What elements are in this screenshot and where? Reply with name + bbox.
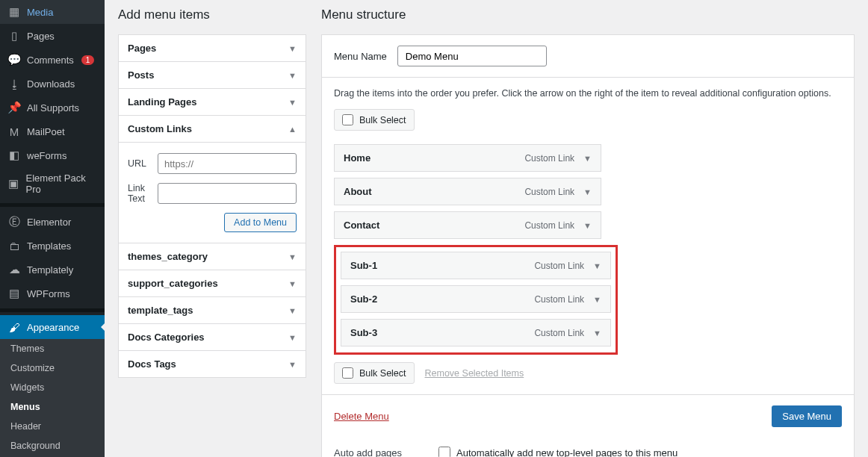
menu-item[interactable]: About Custom Link ▼: [334, 178, 601, 205]
sidebar-item[interactable]: ◧ weForms: [0, 143, 105, 167]
menu-icon: ◧: [7, 149, 21, 162]
menu-icon: ☁: [7, 263, 21, 276]
sidebar-item-label: Element Pack Pro: [26, 172, 97, 195]
sidebar-item-appearance[interactable]: 🖌 Appearance: [0, 315, 105, 339]
menu-icon: ⭳: [7, 77, 21, 90]
delete-menu-link[interactable]: Delete Menu: [334, 411, 389, 422]
sidebar-item[interactable]: 📌 All Supports: [0, 96, 105, 119]
menu-header: Menu Name: [322, 35, 854, 78]
content-area: Add menu items Pages ▼ Posts ▼ Landing P…: [105, 0, 868, 457]
submenu-item[interactable]: Themes: [0, 339, 105, 358]
menu-item[interactable]: Contact Custom Link ▼: [334, 211, 601, 239]
sidebar-item[interactable]: ☁ Templately: [0, 258, 105, 282]
menu-item[interactable]: Sub-3 Custom Link ▼: [341, 319, 611, 346]
accordion-title: themes_category: [128, 251, 208, 262]
accordion-title: Pages: [128, 43, 156, 54]
sidebar-item[interactable]: 🗀 Templates: [0, 234, 105, 258]
menu-item-type: Custom Link: [524, 187, 574, 197]
caret-down-icon[interactable]: ▼: [583, 154, 592, 163]
add-to-menu-button[interactable]: Add to Menu: [224, 213, 297, 232]
caret-down-icon: ▼: [288, 279, 297, 288]
accordion-title: support_categories: [128, 278, 218, 289]
bulk-select-top[interactable]: Bulk Select: [334, 109, 415, 131]
sidebar-item-label: Downloads: [27, 78, 75, 90]
caret-down-icon: ▼: [288, 252, 297, 261]
sidebar-separator: [0, 203, 105, 207]
sidebar-item[interactable]: Ⓔ Elementor: [0, 210, 105, 234]
menu-footer: Delete Menu Save Menu: [322, 394, 854, 438]
sidebar-item-label: Elementor: [27, 217, 71, 228]
auto-add-checkbox[interactable]: [438, 447, 450, 457]
bulk-select-label: Bulk Select: [359, 115, 406, 125]
caret-down-icon: ▼: [288, 44, 297, 53]
caret-down-icon[interactable]: ▼: [593, 261, 601, 270]
bulk-select-bottom[interactable]: Bulk Select: [334, 362, 415, 384]
bulk-select-checkbox[interactable]: [342, 114, 353, 125]
sidebar-item[interactable]: M MailPoet: [0, 119, 105, 143]
sidebar-item-label: Appearance: [27, 322, 79, 333]
sidebar-item[interactable]: ⭳ Downloads: [0, 72, 105, 96]
menu-name-label: Menu Name: [334, 51, 387, 62]
accordion-header[interactable]: Landing Pages ▼: [119, 88, 306, 115]
highlighted-sub-items: Sub-1 Custom Link ▼ Sub-2 Custom Link ▼ …: [334, 245, 618, 355]
accordion-header[interactable]: Docs Categories ▼: [119, 323, 306, 350]
menu-icon: ▦: [7, 5, 21, 19]
sidebar-item[interactable]: ▯ Pages: [0, 24, 105, 48]
submenu-item[interactable]: Header: [0, 417, 105, 436]
accordion-header[interactable]: themes_category ▼: [119, 243, 306, 270]
sidebar-item-label: MailPoet: [27, 126, 65, 137]
menu-icon: ▯: [7, 29, 21, 43]
accordion-title: Custom Links: [128, 123, 192, 134]
submenu-item[interactable]: Customize: [0, 358, 105, 378]
menu-icon: Ⓔ: [7, 215, 21, 228]
add-items-heading: Add menu items: [118, 7, 306, 22]
menu-item-label: Home: [344, 152, 371, 164]
accordion-title: Docs Categories: [128, 332, 205, 343]
caret-down-icon[interactable]: ▼: [593, 329, 601, 338]
menu-item-type: Custom Link: [524, 220, 574, 231]
caret-down-icon: ▼: [288, 360, 297, 369]
help-text: Drag the items into the order you prefer…: [334, 88, 842, 99]
caret-up-icon: ▲: [288, 125, 297, 134]
admin-sidebar: ▦ Media ▯ Pages 💬 Comments1 ⭳ Downloads …: [0, 0, 105, 457]
accordion-header[interactable]: Pages ▼: [119, 35, 306, 61]
menu-item[interactable]: Sub-1 Custom Link ▼: [341, 252, 611, 279]
menu-icon: ▣: [7, 177, 20, 190]
submenu-item[interactable]: Widgets: [0, 378, 105, 397]
accordion-header[interactable]: Docs Tags ▼: [119, 350, 306, 377]
menu-item[interactable]: Home Custom Link ▼: [334, 144, 601, 172]
submenu-item[interactable]: Background: [0, 436, 105, 456]
auto-add-control[interactable]: Automatically add new top-level pages to…: [438, 447, 678, 457]
caret-down-icon[interactable]: ▼: [583, 221, 592, 230]
sidebar-item-label: Comments: [27, 55, 74, 66]
menu-item-label: Sub-2: [350, 293, 377, 305]
accordion-custom-links[interactable]: Custom Links ▲: [119, 116, 306, 142]
menu-item-label: Contact: [344, 220, 379, 231]
sidebar-item[interactable]: 💬 Comments1: [0, 48, 105, 72]
caret-down-icon: ▼: [288, 71, 297, 80]
accordion-title: Posts: [128, 69, 154, 81]
sidebar-item[interactable]: ▣ Element Pack Pro: [0, 167, 105, 200]
menu-icon: M: [7, 125, 21, 138]
link-text-input[interactable]: [158, 183, 297, 204]
accordion-header[interactable]: Posts ▼: [119, 61, 306, 88]
remove-selected-link[interactable]: Remove Selected Items: [425, 368, 524, 379]
bulk-select-checkbox[interactable]: [342, 367, 353, 379]
sidebar-item[interactable]: ▦ Media: [0, 0, 105, 24]
accordion-header[interactable]: template_tags ▼: [119, 296, 306, 323]
submenu-item[interactable]: Menus: [0, 397, 105, 417]
save-menu-button[interactable]: Save Menu: [772, 405, 842, 427]
menu-item[interactable]: Sub-2 Custom Link ▼: [341, 285, 611, 313]
menu-item-label: About: [344, 186, 372, 197]
accordion-title: Docs Tags: [128, 358, 176, 370]
menu-item-type: Custom Link: [534, 294, 584, 305]
accordion-title: Landing Pages: [128, 96, 196, 108]
menu-name-input[interactable]: [397, 46, 547, 66]
menu-body: Drag the items into the order you prefer…: [322, 78, 854, 394]
caret-down-icon[interactable]: ▼: [593, 295, 601, 304]
caret-down-icon[interactable]: ▼: [583, 187, 592, 196]
sidebar-item[interactable]: ▤ WPForms: [0, 282, 105, 305]
sidebar-item-label: WPForms: [27, 288, 70, 299]
accordion-header[interactable]: support_categories ▼: [119, 270, 306, 296]
url-input[interactable]: [158, 153, 297, 174]
